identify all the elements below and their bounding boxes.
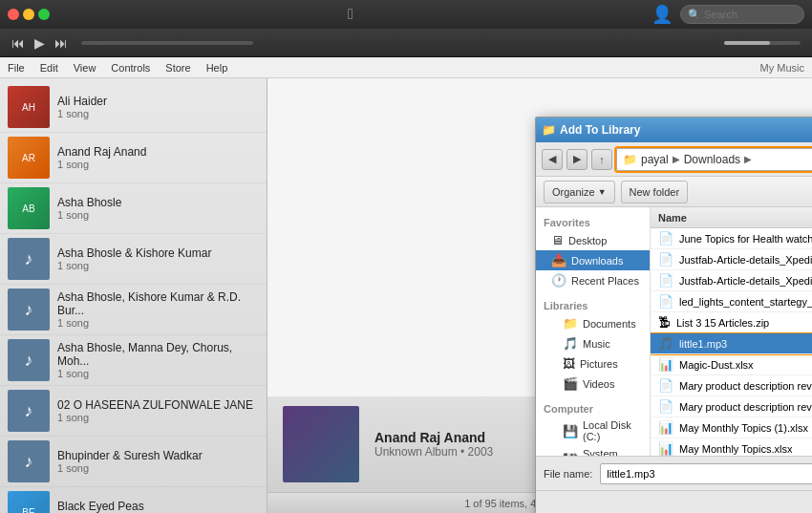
xls-icon: 📊 xyxy=(658,441,673,456)
file-name: Mary product description rev...( xyxy=(679,380,812,392)
zip-icon: 🗜 xyxy=(658,315,671,330)
file-item[interactable]: 📄 Justfab-Article-details_Xpedien... xyxy=(651,249,812,270)
new-folder-button[interactable]: New folder xyxy=(621,181,689,203)
address-path[interactable]: 📁 payal ▶ Downloads ▶ xyxy=(616,148,812,171)
artist-thumb: ♪ xyxy=(8,339,50,381)
path-arrow2: ▶ xyxy=(744,154,752,164)
artist-name: Asha Bhosle & Kishore Kumar xyxy=(57,246,259,260)
artist-songs: 1 song xyxy=(57,317,259,329)
apple-logo-icon:  xyxy=(348,6,353,23)
file-name: little1.mp3 xyxy=(679,338,812,350)
file-name: Justfab-Article-details_Xpedien... xyxy=(679,275,812,287)
list-item[interactable]: ♪ Bhupinder & Suresh Wadkar 1 song xyxy=(0,437,267,487)
file-item[interactable]: 📄 Justfab-Article-details_Xpedien... xyxy=(651,270,812,291)
dialog-title: Add To Library xyxy=(560,123,812,137)
minimize-button[interactable] xyxy=(23,9,34,20)
file-doc-icon: 📄 xyxy=(658,378,673,393)
menu-store[interactable]: Store xyxy=(165,62,190,74)
file-doc-icon: 📄 xyxy=(658,252,673,267)
action-bar: Open ▼ Cancel xyxy=(536,490,812,513)
playback-bar: ⏮ ▶ ⏭ xyxy=(0,29,812,57)
menu-controls[interactable]: Controls xyxy=(111,62,150,74)
menu-view[interactable]: View xyxy=(74,62,96,74)
search-icon: 🔍 xyxy=(688,9,701,21)
back-button[interactable]: ◀ xyxy=(542,149,563,170)
prev-button[interactable]: ⏮ xyxy=(11,35,25,51)
file-item[interactable]: 📊 May Monthly Topics (1).xlsx xyxy=(651,417,812,438)
list-item[interactable]: AB Asha Bhosle 1 song xyxy=(0,183,267,234)
artist-songs: 1 song xyxy=(57,462,259,474)
next-button[interactable]: ⏭ xyxy=(54,35,68,51)
artist-thumb: AR xyxy=(8,137,50,179)
dialog-toolbar: Organize ▼ New folder ⊞ ▼ ⊟ ? xyxy=(536,177,812,207)
name-column-header[interactable]: Name xyxy=(658,212,812,224)
user-icon: 👤 xyxy=(652,4,673,25)
title-bar:  👤 🔍 xyxy=(0,0,812,29)
file-item[interactable]: 📊 May Monthly Topics.xlsx xyxy=(651,438,812,456)
list-item[interactable]: AH Ali Haider 1 song xyxy=(0,82,267,133)
search-wrap: 🔍 xyxy=(680,5,804,24)
list-item[interactable]: ♪ 02 O HASEENA ZULFONWALE JANE 1 song xyxy=(0,386,267,437)
title-bar-center:  xyxy=(55,6,646,23)
path-payal: payal xyxy=(641,153,669,166)
file-name: Magic-Dust.xlsx xyxy=(679,359,812,371)
artist-thumb: ♪ xyxy=(8,440,50,482)
file-item[interactable]: 📄 June Topics for Health watch - xyxy=(651,228,812,249)
recent-icon: 🕐 xyxy=(551,273,566,288)
artist-thumb: ♪ xyxy=(8,289,50,331)
nav-local-disk[interactable]: 💾 Local Disk (C:) xyxy=(536,417,650,445)
nav-pictures[interactable]: 🖼 Pictures xyxy=(536,353,650,374)
list-item[interactable]: ♪ Asha Bhosle, Kishore Kumar & R.D. Bur.… xyxy=(0,285,267,335)
favorites-section: Favorites 🖥 Desktop 📥 Downloads 🕐 xyxy=(536,215,650,290)
volume-slider[interactable] xyxy=(724,41,801,45)
file-item-selected[interactable]: 🎵 little1.mp3 xyxy=(651,333,812,354)
nav-desktop[interactable]: 🖥 Desktop xyxy=(536,230,650,250)
file-list-header: Name ▲ xyxy=(651,207,812,228)
list-item[interactable]: ♪ Asha Bhosle, Manna Dey, Chorus, Moh...… xyxy=(0,335,267,386)
forward-button[interactable]: ▶ xyxy=(566,149,588,170)
nav-music[interactable]: 🎵 Music xyxy=(536,333,650,353)
window-controls xyxy=(8,9,50,20)
artist-thumb: ♪ xyxy=(8,238,50,280)
artist-thumb: AB xyxy=(8,187,50,229)
artist-songs: 1 song xyxy=(57,159,259,170)
refresh-button[interactable]: ↑ xyxy=(591,149,612,170)
file-item[interactable]: 📄 Mary product description rev...( xyxy=(651,375,812,396)
title-bar-right: 👤 🔍 xyxy=(652,4,804,25)
file-name: May Monthly Topics.xlsx xyxy=(679,443,812,455)
folder-icon: 📁 xyxy=(623,153,637,166)
menu-edit[interactable]: Edit xyxy=(40,62,58,74)
nav-recent-places[interactable]: 🕐 Recent Places xyxy=(536,270,650,290)
organize-button[interactable]: Organize ▼ xyxy=(544,181,615,203)
my-music-label: My Music xyxy=(760,62,804,74)
progress-bar[interactable] xyxy=(81,41,253,45)
artist-info: Asha Bhosle, Kishore Kumar & R.D. Bur...… xyxy=(57,290,259,329)
artist-list: AH Ali Haider 1 song AR Anand Raj Anand … xyxy=(0,78,267,513)
menu-file[interactable]: File xyxy=(8,62,25,74)
list-item[interactable]: ♪ Asha Bhosle & Kishore Kumar 1 song xyxy=(0,234,267,285)
file-item[interactable]: 🗜 List 3 15 Articles.zip xyxy=(651,312,812,333)
file-doc-icon: 📄 xyxy=(658,273,673,288)
organize-arrow-icon: ▼ xyxy=(598,187,607,197)
album-art xyxy=(283,406,359,482)
path-downloads: Downloads xyxy=(684,153,740,166)
maximize-button[interactable] xyxy=(38,9,50,20)
artist-info: Ali Haider 1 song xyxy=(57,95,259,119)
menu-help[interactable]: Help xyxy=(206,62,228,74)
file-item[interactable]: 📄 led_lights_content_startegy_1.x... xyxy=(651,291,812,312)
play-button[interactable]: ▶ xyxy=(34,35,45,51)
nav-panel: Favorites 🖥 Desktop 📥 Downloads 🕐 xyxy=(536,207,651,456)
artist-thumb: ♪ xyxy=(8,390,50,432)
system-reserved-icon: 💾 xyxy=(563,453,578,457)
artist-name: Asha Bhosle xyxy=(57,196,259,209)
file-item[interactable]: 📊 Magic-Dust.xlsx xyxy=(651,354,812,375)
list-item[interactable]: BE Black Eyed Peas 1 song xyxy=(0,487,267,513)
close-button[interactable] xyxy=(8,9,19,20)
list-item[interactable]: AR Anand Raj Anand 1 song xyxy=(0,133,267,183)
filename-input[interactable] xyxy=(600,463,812,484)
nav-system-reserved[interactable]: 💾 System Reserved xyxy=(536,445,650,456)
file-item[interactable]: 📄 Mary product description rev...( xyxy=(651,396,812,417)
nav-downloads[interactable]: 📥 Downloads xyxy=(536,250,650,270)
nav-videos[interactable]: 🎬 Videos xyxy=(536,374,650,394)
nav-documents[interactable]: 📁 Documents xyxy=(536,313,650,333)
